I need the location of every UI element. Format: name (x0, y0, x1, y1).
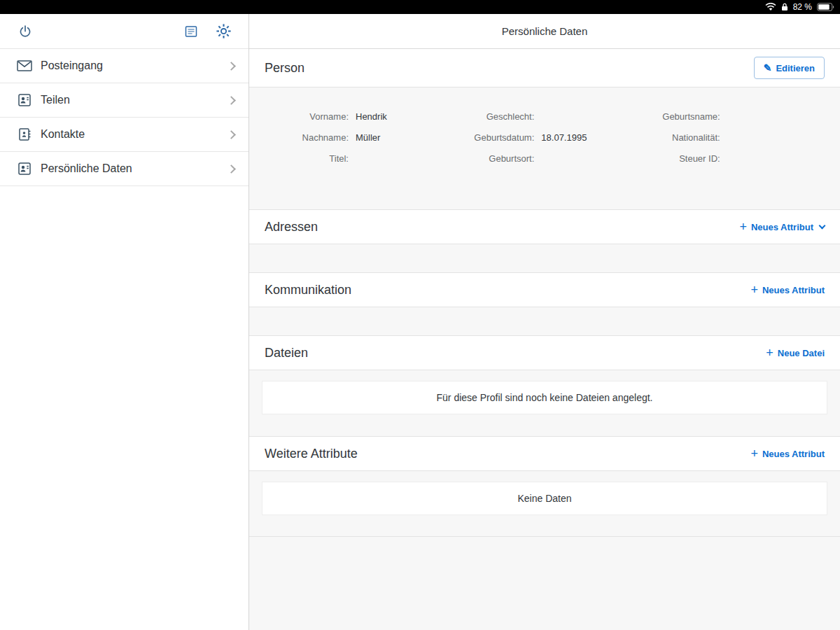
chevron-right-icon (227, 96, 236, 105)
field-nationalitaet: Nationalität: (638, 127, 823, 148)
action-label: Neue Datei (778, 348, 825, 358)
field-value: Müller (356, 132, 380, 143)
kommunikation-new-attribute-button[interactable]: + Neues Attribut (750, 284, 825, 296)
field-geburtsname: Geburtsname: (638, 106, 823, 127)
weitere-attribute-empty-state: Keine Daten (262, 482, 827, 515)
sidebar-item-posteingang[interactable]: Posteingang (0, 49, 248, 83)
field-vorname: Vorname: Hendrik (266, 106, 451, 127)
field-label: Vorname: (266, 111, 349, 122)
sidebar-item-label: Kontakte (41, 128, 228, 141)
section-kommunikation-header: Kommunikation + Neues Attribut (249, 272, 840, 307)
dateien-new-file-button[interactable]: + Neue Datei (766, 346, 825, 359)
field-value: Hendrik (356, 111, 387, 122)
contacts-book-icon (17, 127, 32, 142)
wifi-icon (765, 3, 776, 11)
plus-icon: + (739, 220, 747, 233)
section-title-adressen: Adressen (265, 220, 318, 234)
status-bar: 82 % (0, 0, 840, 14)
section-title-dateien: Dateien (265, 346, 308, 360)
section-title-kommunikation: Kommunikation (265, 283, 351, 298)
main-content: Persönliche Daten Person ✎ Editieren Vor… (249, 14, 840, 630)
page-title: Persönliche Daten (502, 25, 588, 37)
action-label: Neues Attribut (762, 449, 825, 459)
pencil-icon: ✎ (764, 62, 772, 74)
section-dateien-header: Dateien + Neue Datei (249, 335, 840, 370)
field-label: Geburtsort: (451, 153, 534, 164)
field-nachname: Nachname: Müller (266, 127, 451, 148)
plus-icon: + (766, 346, 774, 359)
edit-button-label: Editieren (776, 63, 815, 74)
section-title-weitere-attribute: Weitere Attribute (265, 447, 358, 461)
section-title-person: Person (265, 61, 304, 76)
weitere-attribute-new-attribute-button[interactable]: + Neues Attribut (750, 447, 825, 460)
chevron-right-icon (227, 130, 236, 139)
field-label: Geburtsdatum: (451, 132, 534, 143)
envelope-icon (17, 58, 32, 74)
plus-icon: + (750, 447, 758, 460)
person-form: Vorname: Hendrik Nachname: Müller Titel:… (249, 88, 840, 209)
field-label: Steuer ID: (638, 153, 720, 164)
plus-icon: + (750, 284, 758, 296)
sidebar-item-label: Teilen (41, 94, 228, 106)
action-label: Neues Attribut (762, 285, 825, 295)
field-geburtsdatum: Geburtsdatum: 18.07.1995 (451, 127, 637, 148)
person-form-column-2: Geschlecht: Geburtsdatum: 18.07.1995 Geb… (451, 106, 637, 169)
bottom-divider (249, 536, 840, 537)
sidebar-item-persoenliche-daten[interactable]: Persönliche Daten (0, 152, 248, 186)
battery-percentage: 82 % (793, 0, 812, 14)
sidebar-toolbar (0, 14, 248, 49)
chevron-right-icon (227, 62, 236, 71)
adressen-new-attribute-button[interactable]: + Neues Attribut (739, 220, 825, 233)
chevron-down-icon (819, 222, 826, 229)
field-steuer-id: Steuer ID: (638, 148, 823, 169)
field-label: Titel: (266, 153, 349, 164)
app-window: Posteingang Teilen (0, 14, 840, 630)
settings-gear-icon[interactable] (214, 22, 233, 41)
field-label: Nationalität: (638, 132, 720, 143)
chevron-right-icon (227, 164, 236, 174)
sidebar-item-label: Posteingang (41, 59, 228, 72)
notes-button[interactable] (181, 22, 201, 41)
sidebar-item-label: Persönliche Daten (41, 162, 228, 175)
power-button[interactable] (15, 22, 35, 41)
field-geburtsort: Geburtsort: (451, 148, 637, 169)
section-person-header: Person ✎ Editieren (249, 49, 840, 88)
page-header: Persönliche Daten (249, 14, 840, 49)
orientation-lock-icon (781, 3, 788, 11)
field-titel: Titel: (266, 148, 451, 169)
dateien-empty-state: Für diese Profil sind noch keine Dateien… (262, 381, 827, 414)
field-label: Geburtsname: (638, 111, 720, 122)
section-weitere-attribute-header: Weitere Attribute + Neues Attribut (249, 436, 840, 471)
person-form-column-3: Geburtsname: Nationalität: Steuer ID: (638, 106, 823, 169)
sidebar-item-kontakte[interactable]: Kontakte (0, 118, 248, 152)
section-adressen-header: Adressen + Neues Attribut (249, 209, 840, 244)
person-badge-icon (17, 161, 32, 176)
battery-icon (817, 3, 834, 11)
action-label: Neues Attribut (751, 222, 813, 232)
field-label: Geschlecht: (451, 111, 534, 122)
sidebar: Posteingang Teilen (0, 14, 249, 630)
edit-button[interactable]: ✎ Editieren (754, 57, 825, 79)
share-contact-icon (17, 92, 32, 108)
field-geschlecht: Geschlecht: (451, 106, 637, 127)
field-value: 18.07.1995 (541, 132, 587, 143)
field-label: Nachname: (266, 132, 349, 143)
person-form-column-1: Vorname: Hendrik Nachname: Müller Titel: (266, 106, 451, 169)
sidebar-item-teilen[interactable]: Teilen (0, 83, 248, 118)
